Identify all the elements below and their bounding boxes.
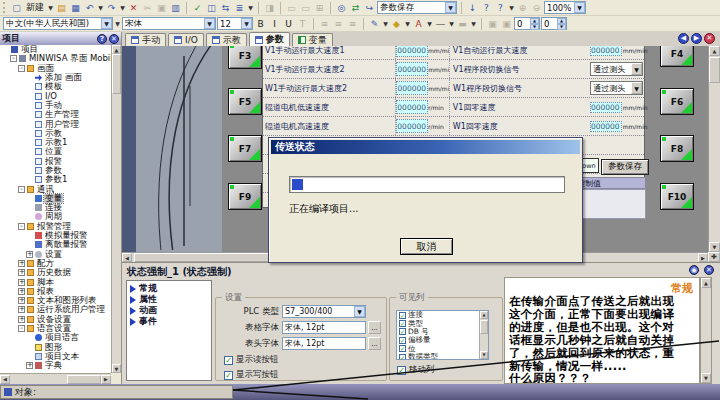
chevron-down-icon[interactable]: ▼ (114, 20, 121, 27)
scroll-down-icon[interactable]: ▼ (701, 373, 711, 383)
scroll-down-icon[interactable]: ▼ (480, 351, 488, 359)
chevron-down-icon[interactable]: ▼ (47, 4, 54, 11)
param-select[interactable]: 通过测头▼ (590, 62, 643, 76)
expand-icon[interactable]: + (26, 362, 33, 369)
show-read-checkbox[interactable]: ✓ 显示读按钮 (224, 354, 279, 366)
panel-close-icon[interactable]: ✕ (704, 265, 714, 275)
fkey-F6[interactable]: F6 (660, 88, 694, 115)
redo-icon[interactable]: ↷ (105, 1, 118, 14)
tree-item-参数1[interactable]: 参数1 (0, 175, 111, 184)
project-help-button[interactable]: ? (97, 34, 107, 44)
scroll-up-icon[interactable]: ▲ (701, 278, 711, 288)
cut-icon[interactable]: ✂ (141, 1, 154, 14)
collapse-icon[interactable]: - (18, 325, 25, 332)
tab-变量[interactable]: 变量 (292, 33, 333, 46)
undo-icon[interactable]: ↶ (83, 1, 96, 14)
align-center-icon[interactable]: ≡ (332, 17, 345, 30)
checkbox-checked-icon[interactable]: ✓ (224, 371, 233, 380)
collapse-icon[interactable]: - (18, 65, 25, 72)
param-value-field[interactable]: 000000 (590, 46, 622, 56)
delete-icon[interactable]: ✕ (127, 1, 140, 14)
find-next-icon[interactable]: ↪ (363, 1, 376, 14)
align-right-icon[interactable]: ≡ (346, 17, 359, 30)
project-tree-vscrollbar[interactable]: ▲ ▼ (111, 45, 121, 373)
table-font-browse-button[interactable]: ... (368, 321, 381, 334)
next-editor-button[interactable]: ▶ (691, 33, 702, 44)
spin-down-icon[interactable]: ▼ (557, 24, 566, 30)
fkey-F5[interactable]: F5 (228, 88, 262, 115)
strike-button[interactable]: T (296, 17, 309, 30)
transfer-icon[interactable]: ↓ (466, 1, 479, 14)
fkey-F7[interactable]: F7 (228, 135, 262, 162)
close-editor-button[interactable]: ✕ (704, 33, 715, 44)
expand-icon[interactable]: + (18, 269, 25, 276)
checkbox-checked-icon[interactable]: ✓ (399, 337, 406, 344)
context-help-icon[interactable]: ? (494, 1, 507, 14)
tab-示教[interactable]: 示教 (206, 33, 247, 46)
expand-icon[interactable]: + (18, 306, 25, 313)
scroll-thumb[interactable] (480, 320, 488, 334)
param-value-field[interactable]: 000000 (396, 100, 428, 114)
columns-vscrollbar[interactable]: ▲ ▼ (479, 311, 488, 359)
param-value-field[interactable]: 000000 (396, 62, 428, 76)
tab-参数[interactable]: 参数 (249, 32, 290, 46)
checkbox-checked-icon[interactable]: ✓ (399, 328, 406, 335)
scroll-down-icon[interactable]: ▼ (112, 364, 121, 373)
open-icon[interactable]: ▤ (55, 1, 68, 14)
header-font-browse-button[interactable]: ... (368, 337, 381, 350)
grid-icon[interactable]: ⊞ (313, 1, 326, 14)
prev-editor-button[interactable]: ◀ (678, 33, 689, 44)
chevron-down-icon[interactable]: ▼ (426, 20, 433, 27)
underline-button[interactable]: U (282, 17, 295, 30)
help-icon[interactable]: ? (480, 1, 493, 14)
checkbox-checked-icon[interactable]: ✓ (399, 320, 406, 327)
param-select[interactable]: 通过测头▼ (590, 81, 643, 95)
chevron-down-icon[interactable]: ▼ (382, 20, 389, 27)
scroll-left-icon[interactable]: ◀ (122, 253, 132, 262)
scroll-thumb[interactable] (67, 375, 101, 384)
tree-item-生产管理[interactable]: 生产管理 (0, 110, 111, 119)
column-checkbox-数据类型[interactable]: ✓数据类型 (397, 353, 488, 360)
bold-button[interactable]: B (254, 17, 267, 30)
font-select[interactable]: 宋体▼ (122, 17, 216, 30)
tab-I/O[interactable]: I/O (168, 33, 204, 46)
tree-item-MINWISA 界面 Mobile Pane[interactable]: -MINWISA 界面 Mobile Pane (0, 54, 111, 63)
expand-icon[interactable]: + (18, 288, 25, 295)
align-left-icon[interactable]: ≡ (318, 17, 331, 30)
scroll-thumb[interactable] (709, 57, 720, 83)
output-view-icon[interactable]: ≣ (233, 1, 246, 14)
expand-icon[interactable]: + (18, 316, 25, 323)
param-save-button[interactable]: 参数保存 (601, 159, 649, 175)
y-position-spinner[interactable]: 0▲▼ (541, 17, 567, 30)
project-close-button[interactable]: ✕ (109, 34, 119, 44)
language-select[interactable]: 中文(中华人民共和国)▼ (3, 17, 113, 30)
chevron-down-icon[interactable]: ▼ (631, 82, 642, 94)
chevron-down-icon[interactable]: ▼ (574, 2, 585, 13)
tree-item-设置[interactable]: +设置 (0, 250, 111, 259)
chevron-down-icon[interactable]: ▼ (247, 4, 254, 11)
project-tree-hscrollbar[interactable]: ◀ ▶ (0, 373, 111, 384)
fkey-F8[interactable]: F8 (660, 135, 694, 162)
chevron-down-icon[interactable]: ▼ (241, 18, 252, 29)
table-font-field[interactable]: 宋体, 12pt (282, 321, 366, 334)
param-value-field[interactable]: 000000 (396, 119, 428, 133)
line-style-icon[interactable]: ― (434, 17, 447, 30)
show-write-checkbox[interactable]: ✓ 显示写按钮 (224, 369, 279, 381)
cancel-button[interactable]: 取消 (400, 238, 453, 255)
fkey-F4[interactable]: F4 (660, 46, 694, 67)
zoom-select[interactable]: 100%▼ (544, 1, 586, 14)
scroll-right-icon[interactable]: ▶ (698, 253, 708, 262)
line-width-icon[interactable]: ▬ (456, 17, 469, 30)
param-value-field[interactable]: 000000 (396, 81, 428, 95)
check-consistency-icon[interactable]: ✓ (191, 1, 204, 14)
help-vscrollbar[interactable]: ▲ ▼ (700, 277, 712, 384)
find-icon[interactable]: ◎ (335, 1, 348, 14)
expand-icon[interactable]: + (18, 260, 25, 267)
checkbox-checked-icon[interactable]: ✓ (224, 356, 233, 365)
new-page-icon[interactable]: ▢ (10, 1, 23, 14)
chevron-down-icon[interactable]: ▼ (119, 4, 126, 11)
fill-color-icon[interactable]: ◆ (390, 17, 403, 30)
paste-icon[interactable]: ▥ (169, 1, 182, 14)
scroll-thumb[interactable] (112, 54, 121, 94)
checkbox-checked-icon[interactable]: ✓ (399, 312, 406, 319)
